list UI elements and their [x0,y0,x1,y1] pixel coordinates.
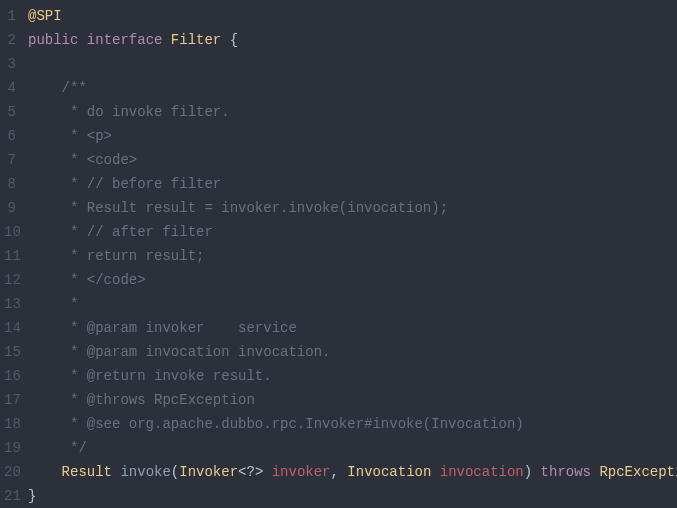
token-plain [28,344,62,360]
code-line: * <code> [28,148,677,172]
code-line: /** [28,76,677,100]
token-param: invocation [440,464,524,480]
token-comment: * <p> [62,128,112,144]
token-punct: ( [171,464,179,480]
token-keyword: throws [541,464,591,480]
code-line: } [28,484,677,508]
token-comment: * @param invocation invocation. [62,344,331,360]
token-plain [28,176,62,192]
token-comment: * @see org.apache.dubbo.rpc.Invoker#invo… [62,416,524,432]
token-annotation: @SPI [28,8,62,24]
token-comment: */ [62,440,87,456]
token-plain [28,464,62,480]
line-number-gutter: 123456789101112131415161718192021 [0,0,24,508]
token-comment: * @throws RpcException [62,392,255,408]
code-line: * @param invocation invocation. [28,340,677,364]
code-line: * @return invoke result. [28,364,677,388]
line-number: 5 [4,100,16,124]
code-line: * // before filter [28,172,677,196]
line-number: 3 [4,52,16,76]
token-plain [431,464,439,480]
code-line: * return result; [28,244,677,268]
line-number: 19 [4,436,16,460]
code-line: * <p> [28,124,677,148]
token-comment: * // before filter [62,176,222,192]
line-number: 9 [4,196,16,220]
token-comment: * [62,296,79,312]
token-plain [532,464,540,480]
line-number: 8 [4,172,16,196]
token-plain [28,368,62,384]
token-punct: , [331,464,339,480]
token-plain [28,80,62,96]
line-number: 18 [4,412,16,436]
code-line: * @param invoker service [28,316,677,340]
line-number: 1 [4,4,16,28]
token-plain [28,440,62,456]
token-param: invoker [272,464,331,480]
line-number: 20 [4,460,16,484]
code-line: * @throws RpcException [28,388,677,412]
line-number: 11 [4,244,16,268]
code-line: * [28,292,677,316]
line-number: 21 [4,484,16,508]
code-line: * @see org.apache.dubbo.rpc.Invoker#invo… [28,412,677,436]
token-comment: * // after filter [62,224,213,240]
token-plain [28,272,62,288]
token-comment: * @param invoker service [62,320,297,336]
line-number: 14 [4,316,16,340]
token-comment: * return result; [62,248,205,264]
token-plain [28,320,62,336]
line-number: 6 [4,124,16,148]
line-number: 7 [4,148,16,172]
token-plain [28,248,62,264]
token-plain [28,224,62,240]
code-line: public interface Filter { [28,28,677,52]
line-number: 10 [4,220,16,244]
token-type: Result [62,464,112,480]
token-keyword: interface [87,32,163,48]
token-comment: * Result result = invoker.invoke(invocat… [62,200,448,216]
token-comment: * </code> [62,272,146,288]
token-type: Invocation [347,464,431,480]
line-number: 17 [4,388,16,412]
code-line: Result invoke(Invoker<?> invoker, Invoca… [28,460,677,484]
token-comment: * do invoke filter. [62,104,230,120]
line-number: 15 [4,340,16,364]
token-type: Invoker [179,464,238,480]
line-number: 4 [4,76,16,100]
code-line: */ [28,436,677,460]
token-plain [221,32,229,48]
token-punct: ) [524,464,532,480]
token-plain [78,32,86,48]
token-punct: { [230,32,238,48]
line-number: 2 [4,28,16,52]
token-method: invoke [120,464,170,480]
token-comment: /** [62,80,87,96]
token-plain [162,32,170,48]
token-comment: * @return invoke result. [62,368,272,384]
token-plain [28,104,62,120]
token-keyword: public [28,32,78,48]
token-plain [28,392,62,408]
line-number: 12 [4,268,16,292]
token-plain [28,416,62,432]
code-line: * </code> [28,268,677,292]
token-punct: <?> [238,464,263,480]
token-punct: } [28,488,36,504]
token-type: RpcException [599,464,677,480]
token-type: Filter [171,32,221,48]
token-plain [28,296,62,312]
token-comment: * <code> [62,152,138,168]
token-plain [28,128,62,144]
code-line [28,52,677,76]
token-plain [28,200,62,216]
code-line: @SPI [28,4,677,28]
code-area[interactable]: @SPIpublic interface Filter { /** * do i… [24,0,677,508]
token-plain [28,152,62,168]
code-line: * Result result = invoker.invoke(invocat… [28,196,677,220]
line-number: 16 [4,364,16,388]
code-line: * do invoke filter. [28,100,677,124]
code-editor: 123456789101112131415161718192021 @SPIpu… [0,0,677,508]
token-plain [263,464,271,480]
